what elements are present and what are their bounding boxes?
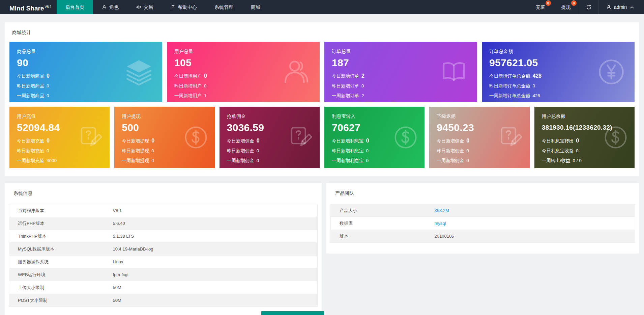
dollar-circle-icon xyxy=(603,125,628,150)
nav-item-trade[interactable]: 交易 xyxy=(127,0,162,14)
notification-badge: 0 xyxy=(571,0,577,6)
edit-note-icon xyxy=(498,125,524,150)
row-value: 5.6.40 xyxy=(104,217,318,230)
card-line-label: 一周新增佣金 xyxy=(437,158,464,163)
card-line-value: 0 xyxy=(576,138,579,143)
row-value: 393.2M xyxy=(426,204,635,217)
row-value-text: V8.1 xyxy=(113,208,122,213)
card-title: 商品总量 xyxy=(17,49,155,55)
row-value-text[interactable]: mysql xyxy=(435,221,446,226)
card-line-label: 昨日新增佣金 xyxy=(227,148,254,153)
card-line-label: 今日新增订单总金额 xyxy=(489,74,530,79)
card-line-label: 今日新增佣金 xyxy=(437,138,464,143)
row-label: 运行PHP版本 xyxy=(9,217,104,230)
card-line-label: 今日利息宝收益 xyxy=(542,148,574,153)
card-line-value: 0 xyxy=(466,148,469,153)
card-line-value: 0 xyxy=(47,138,50,143)
admin-username: admin xyxy=(614,4,627,10)
card-title: 下级返佣 xyxy=(437,113,522,120)
row-value: fpm-fcgi xyxy=(104,268,318,281)
row-value-text: 5.1.38 LTS xyxy=(113,234,134,239)
card-line-value: 0 xyxy=(466,138,469,143)
card-line-label: 昨日新增用户 xyxy=(174,83,202,88)
dollar-circle-icon xyxy=(393,125,418,150)
stat-card-interest-transfer-in: 利息宝转入70627今日新增利息宝0昨日新增利息宝0一周新增利息宝0 xyxy=(324,107,425,168)
main-content: 商城统计 商品总量90今日新增商品0昨日新增商品0一周新增商品0用户总量105今… xyxy=(0,22,644,315)
chevron-up-icon xyxy=(630,5,635,10)
flag-icon xyxy=(171,5,176,10)
nav-item-roles[interactable]: 角色 xyxy=(93,0,127,14)
panel-title: 系统信息 xyxy=(9,190,318,204)
card-line: 一周新增提现0 xyxy=(122,156,207,165)
card-line-value: 0 xyxy=(533,83,535,88)
row-value-text: 50M xyxy=(113,285,121,290)
card-title: 用户总量 xyxy=(174,49,312,55)
card-line-label: 昨日新增充值 xyxy=(17,148,44,153)
row-label: 上传大小限制 xyxy=(9,281,104,294)
row-value-text: 10.4.19-MariaDB-log xyxy=(113,246,153,252)
stat-card-total-products: 商品总量90今日新增商品0昨日新增商品0一周新增商品0 xyxy=(9,42,162,102)
row-label: 版本 xyxy=(331,230,426,243)
nav-item-label: 后台首页 xyxy=(65,0,84,14)
scales-icon xyxy=(136,5,141,10)
table-row: 上传大小限制50M xyxy=(9,281,318,294)
card-title: 用户提现 xyxy=(122,113,207,120)
stats-row-1: 商品总量90今日新增商品0昨日新增商品0一周新增商品0用户总量105今日新增用户… xyxy=(9,42,635,102)
row-label: 数据库 xyxy=(331,217,426,230)
nav-item-label: 角色 xyxy=(109,0,119,14)
layers-icon xyxy=(124,57,153,86)
card-line-value: 0 xyxy=(576,148,579,153)
card-line-label: 一周新增佣金 xyxy=(227,158,254,163)
card-line: 一周新增订单总金额428 xyxy=(489,91,627,101)
card-line-label: 一周新增订单总金额 xyxy=(489,93,530,98)
card-line-label: 一周转出/收益 xyxy=(542,158,570,163)
stats-row-2: 用户充值52094.84今日新增充值0昨日新增充值0一周新增充值4000用户提现… xyxy=(9,107,635,168)
card-line-value: 0 xyxy=(47,148,49,153)
dollar-circle-icon xyxy=(393,125,418,150)
card-line-label: 一周新增提现 xyxy=(122,158,149,163)
nav-action-withdraw[interactable]: 提现0 xyxy=(553,0,579,14)
card-line-value: 0 xyxy=(47,93,49,98)
nav-action-label: 充值 xyxy=(536,4,545,10)
table-row: 运行PHP版本5.6.40 xyxy=(9,217,318,230)
top-navbar: Mind ShareV8.1 后台首页角色交易帮助中心系统管理商城 充值0提现0… xyxy=(0,0,644,14)
stat-card-user-withdraw: 用户提现500今日新增提现0昨日新增提现0一周新增提现0 xyxy=(114,107,214,168)
nav-action-recharge[interactable]: 充值0 xyxy=(528,0,553,14)
dollar-circle-icon xyxy=(183,125,209,150)
table-row: 当前程序版本V8.1 xyxy=(9,204,318,217)
card-line-label: 今日利息宝转出 xyxy=(542,138,574,143)
table-row: WEB运行环境fpm-fcgi xyxy=(9,268,318,281)
panel-title: 商城统计 xyxy=(9,27,635,42)
product-team-panel: 产品团队 产品大小393.2M数据库mysql版本20100106 xyxy=(326,183,639,254)
row-value: 5.1.38 LTS xyxy=(104,230,318,243)
card-line-value: 0 xyxy=(257,158,259,163)
system-info-panel: 系统信息 当前程序版本V8.1运行PHP版本5.6.40ThinkPHP版本5.… xyxy=(5,183,322,315)
card-line-label: 一周新增充值 xyxy=(17,158,44,163)
nav-item-system-management[interactable]: 系统管理 xyxy=(206,0,242,14)
nav-item-help-center[interactable]: 帮助中心 xyxy=(162,0,206,14)
row-value-text[interactable]: 393.2M xyxy=(435,208,449,213)
dollar-circle-icon xyxy=(603,125,628,150)
card-line: 一周新增用户1 xyxy=(174,91,312,101)
nav-item-home[interactable]: 后台首页 xyxy=(57,0,93,14)
row-value: V8.1 xyxy=(104,204,318,217)
brand-logo: Mind ShareV8.1 xyxy=(0,0,57,14)
layers-icon xyxy=(124,57,153,86)
row-value: 10.4.19-MariaDB-log xyxy=(104,243,318,256)
brand-name: Mind Share xyxy=(9,5,44,12)
card-line-value: 0 xyxy=(366,138,369,143)
edit-note-icon xyxy=(78,125,104,150)
stat-card-total-users: 用户总量105今日新增用户0昨日新增用户0一周新增用户1 xyxy=(167,42,320,102)
card-title: 抢单佣金 xyxy=(227,113,312,120)
card-line-value: 0 xyxy=(47,73,50,79)
admin-menu[interactable]: admin xyxy=(598,0,644,14)
nav-item-mall[interactable]: 商城 xyxy=(242,0,269,14)
table-row: 数据库mysql xyxy=(331,217,635,230)
card-line-value: 0 xyxy=(366,148,369,153)
table-row: MySQL数据库版本10.4.19-MariaDB-log xyxy=(9,243,318,256)
system-info-table: 当前程序版本V8.1运行PHP版本5.6.40ThinkPHP版本5.1.38 … xyxy=(9,204,318,307)
refresh-button[interactable] xyxy=(579,0,598,14)
table-row: ThinkPHP版本5.1.38 LTS xyxy=(9,230,318,243)
row-value-text: 50M xyxy=(113,298,121,303)
card-line-value: 0 / 0 xyxy=(573,158,581,163)
